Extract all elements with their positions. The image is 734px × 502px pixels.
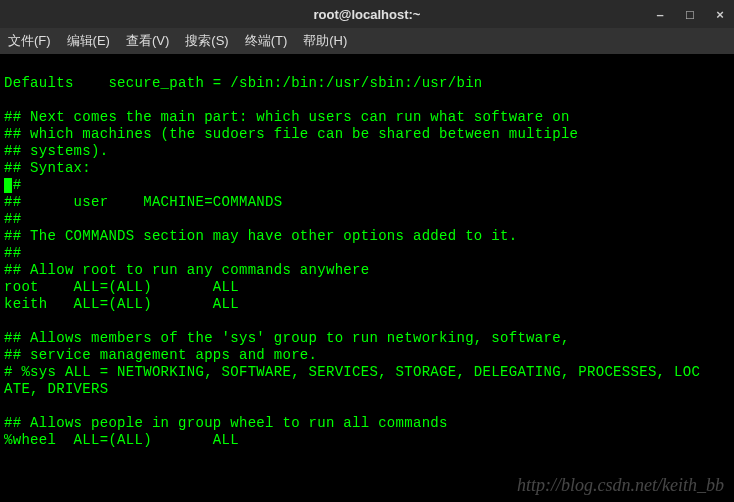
terminal-line: ## Syntax: (4, 160, 91, 176)
terminal-line: root ALL=(ALL) ALL (4, 279, 239, 295)
menu-edit[interactable]: 编辑(E) (65, 30, 112, 52)
terminal-line: %wheel ALL=(ALL) ALL (4, 432, 239, 448)
menu-help[interactable]: 帮助(H) (301, 30, 349, 52)
terminal-line: Defaults secure_path = /sbin:/bin:/usr/s… (4, 75, 483, 91)
menu-terminal[interactable]: 终端(T) (243, 30, 290, 52)
window-titlebar: root@localhost:~ – □ × (0, 0, 734, 28)
terminal-line: ## The COMMANDS section may have other o… (4, 228, 517, 244)
terminal-line: keith ALL=(ALL) ALL (4, 296, 239, 312)
minimize-button[interactable]: – (652, 7, 668, 22)
terminal-line: ## (4, 211, 21, 227)
terminal-line: ## which machines (the sudoers file can … (4, 126, 578, 142)
terminal-line-cursor: ## (4, 177, 21, 193)
watermark: http://blog.csdn.net/keith_bb (517, 475, 724, 496)
terminal-line: ## user MACHINE=COMMANDS (4, 194, 282, 210)
window-title: root@localhost:~ (314, 7, 421, 22)
terminal-line: ## Allows members of the 'sys' group to … (4, 330, 570, 346)
terminal-line: ## Allows people in group wheel to run a… (4, 415, 448, 431)
terminal-line: ## Allow root to run any commands anywhe… (4, 262, 369, 278)
terminal-line: ## (4, 245, 21, 261)
window-controls: – □ × (652, 7, 728, 22)
terminal-line: ## Next comes the main part: which users… (4, 109, 570, 125)
terminal-line: # %sys ALL = NETWORKING, SOFTWARE, SERVI… (4, 364, 700, 380)
terminal-content[interactable]: Defaults secure_path = /sbin:/bin:/usr/s… (0, 54, 734, 453)
menu-view[interactable]: 查看(V) (124, 30, 171, 52)
menu-search[interactable]: 搜索(S) (183, 30, 230, 52)
menu-file[interactable]: 文件(F) (6, 30, 53, 52)
menubar: 文件(F) 编辑(E) 查看(V) 搜索(S) 终端(T) 帮助(H) (0, 28, 734, 54)
terminal-line: ## systems). (4, 143, 108, 159)
terminal-line: ## service management apps and more. (4, 347, 317, 363)
close-button[interactable]: × (712, 7, 728, 22)
terminal-line: ATE, DRIVERS (4, 381, 108, 397)
maximize-button[interactable]: □ (682, 7, 698, 22)
